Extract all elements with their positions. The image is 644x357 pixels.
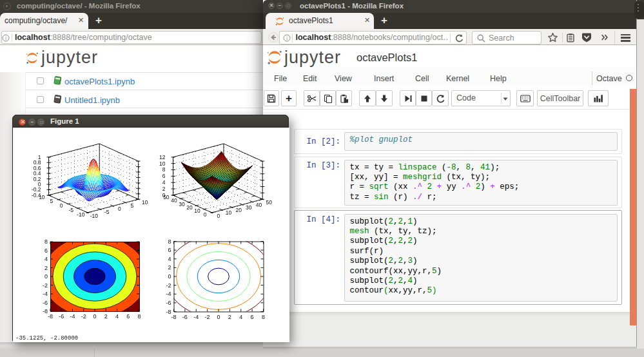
- svg-text:i: i: [286, 35, 288, 41]
- svg-text:i: i: [5, 35, 7, 41]
